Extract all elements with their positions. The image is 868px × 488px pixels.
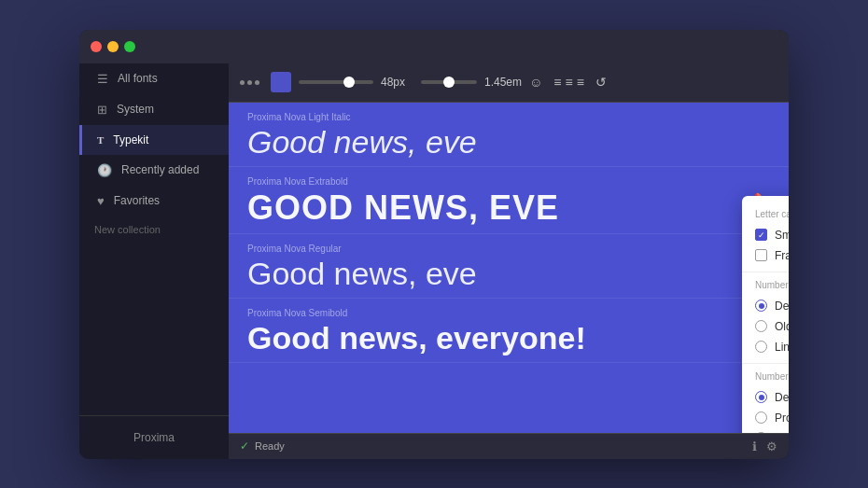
small-caps-item[interactable]: ✓ Small caps xyxy=(742,225,789,245)
status-text: Ready xyxy=(255,440,285,452)
color-swatch[interactable] xyxy=(271,72,291,92)
dot3 xyxy=(255,80,259,85)
font-preview-1: Good news, eve xyxy=(247,124,770,160)
font-row-1: Proxima Nova Light Italic Good news, eve xyxy=(229,103,789,167)
font-preview-3: Good news, eve xyxy=(247,256,770,292)
sidebar-item-system[interactable]: ⊞ System xyxy=(79,94,229,125)
toolbar-dots xyxy=(240,80,259,85)
sidebar-label-system: System xyxy=(117,103,154,116)
spacing-slider[interactable] xyxy=(421,80,477,84)
number-case-section: Number case xyxy=(742,278,789,296)
sidebar-label-all-fonts: All fonts xyxy=(118,72,158,85)
dot2 xyxy=(247,80,252,85)
number-case-default-label: Default xyxy=(775,300,789,313)
radio-spacing-proportional[interactable] xyxy=(755,411,767,424)
number-spacing-default[interactable]: Default xyxy=(742,387,789,408)
font-row-2: Proxima Nova Extrabold GOOD NEWS, EVE 📌 … xyxy=(229,167,789,234)
sidebar-item-all-fonts[interactable]: ☰ All fonts xyxy=(79,63,229,94)
maximize-button[interactable] xyxy=(124,41,135,52)
divider-2 xyxy=(742,363,789,364)
font-label-4: Proxima Nova Semibold xyxy=(247,308,770,318)
menu-icon: ☰ xyxy=(97,72,108,86)
content-area: 48px 1.45em ☺ ≡ ≡ ≡ ↺ Proxima Nova Light… xyxy=(229,63,789,459)
new-collection-label: New collection xyxy=(79,216,229,239)
number-spacing-proportional-label: Proportional xyxy=(775,411,789,425)
small-caps-label: Small caps xyxy=(775,229,789,242)
font-row-4: Proxima Nova Semibold Good news, everyon… xyxy=(229,299,789,363)
number-spacing-tabular-label: Tabular xyxy=(775,432,789,433)
heart-icon: ♥ xyxy=(97,194,105,208)
number-case-default[interactable]: Default xyxy=(742,296,789,316)
main-layout: ☰ All fonts ⊞ System T Typekit 🕐 Recentl… xyxy=(79,63,789,459)
sidebar: ☰ All fonts ⊞ System T Typekit 🕐 Recentl… xyxy=(79,63,229,459)
number-spacing-section: Number spacing xyxy=(742,369,789,387)
size-value: 48px xyxy=(381,76,413,89)
fractions-caps-checkbox[interactable] xyxy=(755,249,767,261)
emoji-icon[interactable]: ☺ xyxy=(529,75,542,90)
divider-1 xyxy=(742,272,789,272)
dropdown-popup: Letter case ✓ Small caps Fractions caps … xyxy=(742,196,789,433)
toolbar: 48px 1.45em ☺ ≡ ≡ ≡ ↺ xyxy=(229,63,789,103)
align-icons: ≡ ≡ ≡ xyxy=(553,75,584,90)
settings-icon[interactable]: ⚙ xyxy=(766,439,777,453)
title-bar xyxy=(79,30,789,63)
font-row-3: Proxima Nova Regular Good news, eve xyxy=(229,234,789,299)
status-bar: ✓ Ready ℹ ⚙ xyxy=(229,433,789,459)
number-case-oldstyle[interactable]: Old-style xyxy=(742,316,789,337)
radio-oldstyle[interactable] xyxy=(755,320,767,332)
sidebar-label-typekit: Typekit xyxy=(113,133,148,146)
font-label-1: Proxima Nova Light Italic xyxy=(247,112,770,122)
check-icon: ✓ xyxy=(240,439,249,453)
sidebar-label-recently-added: Recently added xyxy=(121,163,199,176)
number-case-lining-label: Lining xyxy=(775,341,789,354)
main-window: ☰ All fonts ⊞ System T Typekit 🕐 Recentl… xyxy=(79,30,789,459)
typekit-icon: T xyxy=(97,134,104,146)
font-label-2: Proxima Nova Extrabold xyxy=(247,176,770,187)
sidebar-label-favorites: Favorites xyxy=(114,194,160,207)
spacing-slider-thumb xyxy=(443,77,455,88)
info-icon[interactable]: ℹ xyxy=(752,439,757,453)
size-slider-thumb xyxy=(343,77,355,88)
close-button[interactable] xyxy=(91,41,102,52)
align-right-icon[interactable]: ≡ xyxy=(577,75,584,90)
number-spacing-tabular[interactable]: Tabular xyxy=(742,428,789,433)
number-spacing-default-label: Default xyxy=(775,391,789,404)
size-slider[interactable] xyxy=(299,80,373,84)
font-label-3: Proxima Nova Regular xyxy=(247,244,770,254)
number-case-oldstyle-label: Old-style xyxy=(775,320,789,333)
minimize-button[interactable] xyxy=(107,41,119,52)
radio-spacing-tabular[interactable] xyxy=(755,432,767,433)
sidebar-item-typekit[interactable]: T Typekit xyxy=(79,125,229,155)
system-icon: ⊞ xyxy=(97,103,107,117)
number-case-lining[interactable]: Lining xyxy=(742,337,789,357)
small-caps-checkbox[interactable]: ✓ xyxy=(755,229,767,241)
number-spacing-proportional[interactable]: Proportional xyxy=(742,408,789,428)
fractions-caps-item[interactable]: Fractions caps xyxy=(742,245,789,266)
radio-default[interactable] xyxy=(755,300,767,312)
bottom-font-label: Proxima xyxy=(79,425,229,450)
status-icons-right: ℹ ⚙ xyxy=(752,439,777,453)
letter-case-section: Letter case xyxy=(742,207,789,225)
canvas: Proxima Nova Light Italic Good news, eve… xyxy=(229,103,789,433)
font-preview-4: Good news, everyone! xyxy=(247,320,770,356)
radio-spacing-default[interactable] xyxy=(755,391,767,403)
traffic-lights xyxy=(91,41,135,52)
spacing-value: 1.45em xyxy=(484,76,522,89)
fractions-caps-label: Fractions caps xyxy=(775,249,789,262)
align-left-icon[interactable]: ≡ xyxy=(553,75,561,90)
sidebar-item-favorites[interactable]: ♥ Favorites xyxy=(79,186,229,216)
dot1 xyxy=(240,80,245,85)
font-preview-2: GOOD NEWS, EVE xyxy=(247,188,770,228)
sidebar-item-recently-added[interactable]: 🕐 Recently added xyxy=(79,155,229,186)
refresh-icon[interactable]: ↺ xyxy=(595,75,607,90)
sidebar-bottom: Proxima xyxy=(79,415,229,459)
radio-lining[interactable] xyxy=(755,341,767,353)
clock-icon: 🕐 xyxy=(97,163,112,177)
align-center-icon[interactable]: ≡ xyxy=(566,75,573,90)
